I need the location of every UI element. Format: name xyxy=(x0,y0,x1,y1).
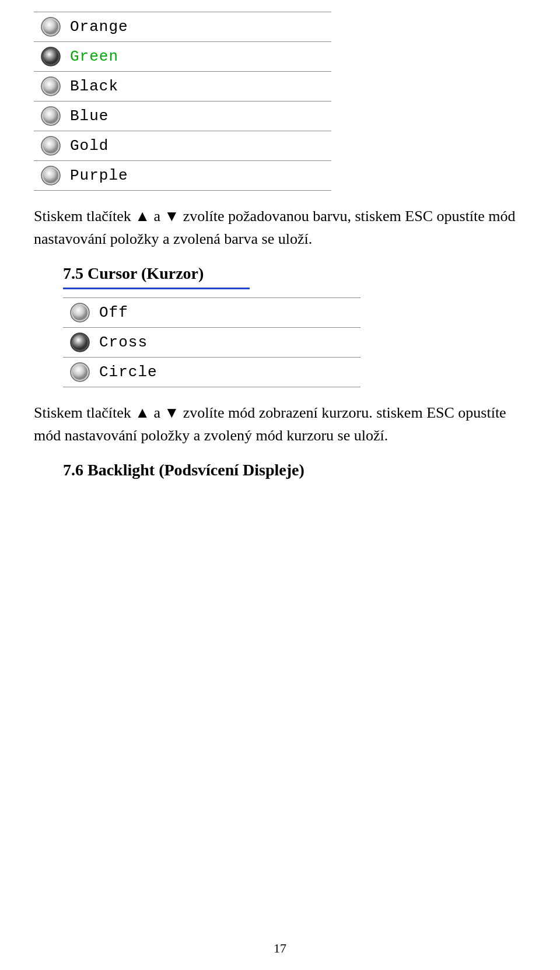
svg-point-17 xyxy=(72,365,88,380)
cursor-paragraph: Stiskem tlačítek ▲ a ▼ zvolíte mód zobra… xyxy=(34,401,526,447)
svg-point-1 xyxy=(43,19,58,34)
color-paragraph: Stiskem tlačítek ▲ a ▼ zvolíte požadovan… xyxy=(34,205,526,250)
list-item[interactable]: Circle xyxy=(63,358,360,387)
radio-button-off[interactable] xyxy=(69,302,91,324)
cursor-section-underline xyxy=(63,288,250,289)
color-label-purple: Purple xyxy=(70,167,128,184)
radio-button-black[interactable] xyxy=(40,75,62,97)
cursor-label-cross: Cross xyxy=(99,334,148,351)
cursor-radio-list: Off Cross xyxy=(63,297,360,387)
radio-button-cross[interactable] xyxy=(69,331,91,353)
list-item[interactable]: Off xyxy=(63,298,360,328)
color-radio-list: Orange Green xyxy=(34,12,331,191)
svg-point-11 xyxy=(43,168,58,183)
list-item[interactable]: Blue xyxy=(34,101,331,131)
radio-button-blue[interactable] xyxy=(40,105,62,127)
radio-button-orange[interactable] xyxy=(40,16,62,38)
color-label-green: Green xyxy=(70,48,118,65)
radio-button-gold[interactable] xyxy=(40,135,62,157)
list-item[interactable]: Orange xyxy=(34,12,331,42)
svg-point-3 xyxy=(43,49,58,64)
cursor-label-circle: Circle xyxy=(99,363,158,381)
svg-point-7 xyxy=(43,108,58,124)
svg-point-13 xyxy=(72,305,88,320)
cursor-section-heading: 7.5 Cursor (Kurzor) xyxy=(63,264,526,283)
list-item[interactable]: Cross xyxy=(63,328,360,358)
radio-button-circle[interactable] xyxy=(69,361,91,383)
svg-point-15 xyxy=(72,335,88,350)
page-number: 17 xyxy=(274,941,286,956)
color-label-gold: Gold xyxy=(70,137,108,155)
svg-point-5 xyxy=(43,79,58,94)
radio-button-green[interactable] xyxy=(40,45,62,68)
cursor-label-off: Off xyxy=(99,304,128,321)
backlight-section-heading: 7.6 Backlight (Podsvícení Displeje) xyxy=(63,461,526,479)
list-item[interactable]: Black xyxy=(34,72,331,101)
svg-point-9 xyxy=(43,138,58,153)
list-item[interactable]: Gold xyxy=(34,131,331,161)
radio-button-purple[interactable] xyxy=(40,164,62,187)
color-label-blue: Blue xyxy=(70,107,108,125)
color-label-orange: Orange xyxy=(70,18,128,36)
list-item[interactable]: Purple xyxy=(34,161,331,191)
list-item[interactable]: Green xyxy=(34,42,331,72)
color-label-black: Black xyxy=(70,78,118,95)
